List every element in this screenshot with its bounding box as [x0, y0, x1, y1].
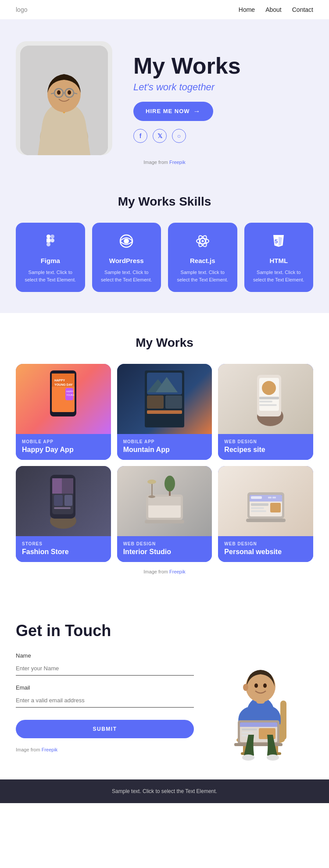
svg-rect-84 [234, 743, 283, 746]
form-group-email: Email [16, 684, 194, 708]
svg-rect-56 [145, 520, 184, 523]
hero-content: My Works Let's work together HIRE ME NOW… [112, 53, 241, 142]
svg-rect-50 [52, 478, 62, 494]
skill-wordpress: WordPress Sample text. Click to select t… [92, 223, 161, 292]
svg-rect-14 [46, 242, 50, 246]
work-recipes[interactable]: WEB DESIGN Recipes site [218, 364, 313, 460]
works-section: My Works HAPPY YOUNG DAY HAPPY YOUNG [0, 313, 329, 599]
svg-text:5: 5 [275, 238, 278, 245]
svg-point-20 [201, 240, 204, 242]
nav-home[interactable]: Home [239, 6, 255, 13]
work-name-mountain: Mountain App [123, 446, 206, 454]
work-img-recipes [218, 364, 313, 434]
nav-about[interactable]: About [265, 6, 282, 13]
skill-reactjs-desc: Sample text. Click to select the Text El… [175, 269, 230, 283]
work-name-fashion: Fashion Store [22, 548, 105, 556]
email-label: Email [16, 684, 194, 691]
instagram-icon[interactable]: ○ [172, 129, 186, 143]
work-personal[interactable]: WEB DESIGN Personal website [218, 466, 313, 562]
logo: logo [16, 6, 27, 13]
work-mountain[interactable]: MOBILE APP Mountain App [117, 364, 212, 460]
work-info-mountain: MOBILE APP Mountain App [117, 434, 212, 460]
work-category-mountain: MOBILE APP [123, 439, 206, 444]
skill-wordpress-name: WordPress [99, 257, 154, 264]
work-info-personal: WEB DESIGN Personal website [218, 536, 313, 562]
svg-point-59 [164, 476, 175, 491]
contact-title: Get in Touch [16, 622, 194, 640]
react-icon [175, 233, 230, 253]
work-info-happy-day: MOBILE APP Happy Day App [16, 434, 111, 460]
svg-rect-73 [270, 503, 281, 512]
submit-button[interactable]: SUBMIT [16, 720, 194, 738]
hire-me-button[interactable]: HIRE ME NOW → [133, 102, 213, 121]
navbar: logo Home About Contact [0, 0, 329, 19]
skills-section: My Works Skills Figma Sample text. Click… [0, 172, 329, 313]
twitter-icon[interactable]: 𝕏 [153, 129, 167, 143]
facebook-icon[interactable]: f [133, 129, 147, 143]
svg-rect-53 [54, 507, 71, 509]
svg-rect-45 [259, 404, 277, 406]
svg-rect-65 [246, 519, 286, 522]
svg-rect-51 [54, 495, 63, 506]
hero-title: My Works [133, 53, 241, 78]
svg-text:HAPPY: HAPPY [66, 390, 74, 393]
svg-rect-10 [46, 235, 50, 238]
svg-point-62 [148, 495, 155, 498]
work-img-interior [117, 466, 212, 536]
social-icons: f 𝕏 ○ [133, 129, 241, 143]
svg-rect-12 [46, 238, 50, 242]
svg-rect-43 [259, 397, 279, 399]
svg-point-61 [147, 480, 156, 484]
work-info-interior: WEB DESIGN Interior Studio [117, 536, 212, 562]
work-img-happy-day: HAPPY YOUNG DAY HAPPY YOUNG [16, 364, 111, 434]
arrow-icon: → [193, 107, 201, 115]
svg-rect-11 [50, 235, 54, 238]
html-icon: 5 [251, 233, 307, 253]
svg-rect-76 [280, 701, 286, 740]
hero-attribution: Image from Freepik [0, 160, 329, 172]
figma-icon [23, 233, 78, 253]
svg-rect-52 [64, 495, 72, 506]
svg-rect-69 [268, 497, 272, 498]
hero-person-photo [20, 46, 108, 155]
work-info-recipes: WEB DESIGN Recipes site [218, 434, 313, 460]
svg-rect-38 [147, 410, 182, 414]
contact-section: Get in Touch Name Email SUBMIT Image fro… [0, 599, 329, 779]
svg-rect-85 [240, 722, 277, 727]
contact-illustration [208, 622, 313, 762]
skill-figma-desc: Sample text. Click to select the Text El… [23, 269, 78, 283]
skill-reactjs-name: React.js [175, 257, 230, 264]
svg-text:YOUNG DAY: YOUNG DAY [54, 383, 73, 386]
skill-html-desc: Sample text. Click to select the Text El… [251, 269, 307, 283]
svg-point-13 [50, 238, 54, 242]
skill-html-name: HTML [251, 257, 307, 264]
work-name-personal: Personal website [224, 548, 307, 556]
skills-title: My Works Skills [16, 195, 313, 209]
work-category-personal: WEB DESIGN [224, 541, 307, 546]
work-category-interior: WEB DESIGN [123, 541, 206, 546]
nav-links: Home About Contact [239, 6, 313, 13]
contact-attribution: Image from Freepik [16, 747, 194, 752]
hero-section: My Works Let's work together HIRE ME NOW… [0, 19, 329, 160]
work-fashion[interactable]: STORES Fashion Store [16, 466, 111, 562]
work-happy-day[interactable]: HAPPY YOUNG DAY HAPPY YOUNG MOBILE APP H… [16, 364, 111, 460]
svg-rect-44 [259, 401, 272, 402]
svg-rect-70 [251, 503, 268, 506]
works-title: My Works [16, 336, 313, 350]
svg-text:HAPPY: HAPPY [54, 379, 65, 382]
skill-wordpress-desc: Sample text. Click to select the Text El… [99, 269, 154, 283]
work-img-fashion [16, 466, 111, 536]
work-category-happy-day: MOBILE APP [22, 439, 105, 444]
hero-image [16, 41, 112, 155]
skill-figma-name: Figma [23, 257, 78, 264]
skill-html: 5 HTML Sample text. Click to select the … [244, 223, 314, 292]
name-input[interactable] [16, 662, 194, 676]
work-interior[interactable]: WEB DESIGN Interior Studio [117, 466, 212, 562]
nav-contact[interactable]: Contact [292, 6, 313, 13]
svg-point-42 [262, 381, 276, 395]
work-category-fashion: STORES [22, 541, 105, 546]
email-input[interactable] [16, 694, 194, 708]
svg-point-96 [267, 754, 279, 761]
svg-point-94 [243, 684, 248, 691]
svg-rect-68 [272, 497, 276, 498]
